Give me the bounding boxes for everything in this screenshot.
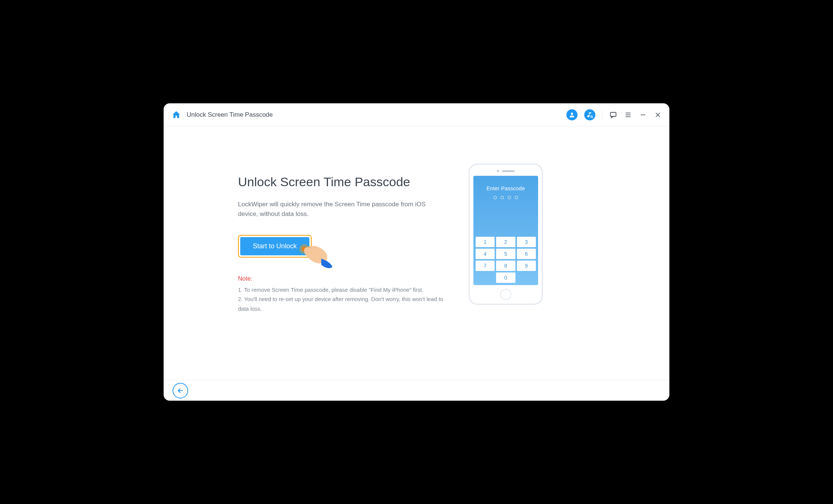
keypad-key: 3 (517, 237, 536, 247)
phone-screen: Enter Passcode 1 2 3 4 5 6 7 8 9 (473, 176, 538, 285)
passcode-dots (493, 196, 518, 199)
note-item: 1. To remove Screen Time passcode, pleas… (238, 285, 446, 295)
note-section: Note: 1. To remove Screen Time passcode,… (238, 275, 446, 314)
keypad-key: 1 (476, 237, 495, 247)
svg-line-2 (592, 117, 593, 118)
feedback-icon[interactable] (609, 111, 617, 119)
keypad-key: 4 (476, 249, 495, 259)
passcode-dot (501, 196, 504, 199)
keypad-key: 2 (496, 237, 515, 247)
passcode-dot (508, 196, 511, 199)
keypad-key: 0 (496, 272, 515, 283)
close-icon[interactable] (654, 111, 662, 119)
note-heading: Note: (238, 275, 446, 282)
titlebar-left: Unlock Screen Time Passcode (171, 110, 273, 120)
page-heading: Unlock Screen Time Passcode (238, 175, 446, 189)
note-list: 1. To remove Screen Time passcode, pleas… (238, 285, 446, 314)
home-icon[interactable] (171, 110, 181, 120)
phone-illustration: Enter Passcode 1 2 3 4 5 6 7 8 9 (469, 164, 543, 305)
enter-passcode-label: Enter Passcode (486, 185, 525, 191)
keypad-key: 6 (517, 249, 536, 259)
keypad-key: 7 (476, 261, 495, 271)
main-column: Unlock Screen Time Passcode LockWiper wi… (238, 175, 446, 380)
phone-camera-dot (497, 170, 499, 172)
phone-top (497, 170, 515, 172)
menu-icon[interactable] (624, 111, 632, 119)
divider (602, 110, 602, 119)
app-window: Unlock Screen Time Passcode (164, 103, 669, 401)
keypad-key: 8 (496, 261, 515, 271)
start-button-highlight: Start to Unlock (238, 235, 312, 258)
minimize-icon[interactable] (639, 111, 647, 119)
svg-rect-3 (611, 112, 616, 116)
phone-speaker (502, 170, 515, 172)
note-item: 2. You'll need to re-set up your device … (238, 294, 446, 313)
keypad-key: 5 (496, 249, 515, 259)
music-search-icon[interactable] (584, 109, 595, 120)
back-button[interactable] (173, 383, 188, 398)
footer (164, 380, 669, 401)
passcode-dot (493, 196, 497, 199)
account-icon[interactable] (566, 109, 578, 120)
phone-home-button (500, 289, 511, 300)
svg-point-0 (571, 113, 573, 115)
titlebar-right (566, 109, 662, 120)
titlebar: Unlock Screen Time Passcode (164, 103, 669, 126)
content-area: Unlock Screen Time Passcode LockWiper wi… (164, 126, 669, 380)
page-description: LockWiper will quickly remove the Screen… (238, 200, 446, 219)
keypad-key: 9 (517, 261, 536, 271)
phone-keypad: 1 2 3 4 5 6 7 8 9 0 (476, 237, 536, 283)
passcode-dot (515, 196, 518, 199)
start-unlock-button[interactable]: Start to Unlock (240, 237, 309, 255)
app-title: Unlock Screen Time Passcode (187, 111, 273, 119)
